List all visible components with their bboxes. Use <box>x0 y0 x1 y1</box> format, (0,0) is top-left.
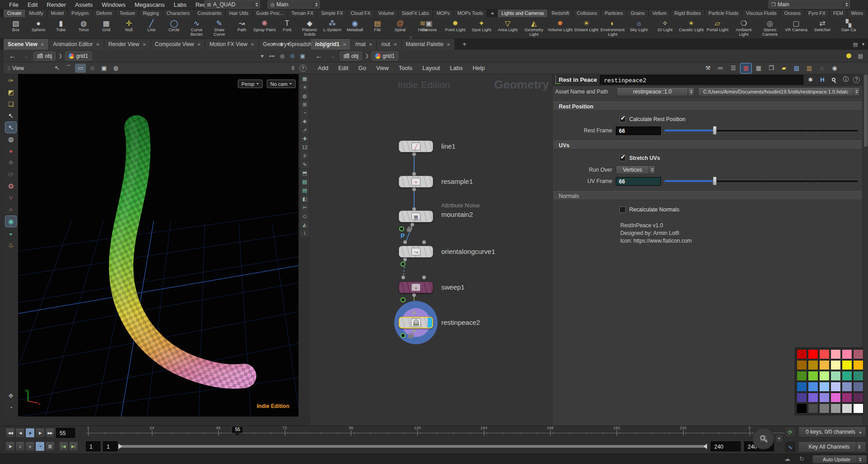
display-options-icon[interactable]: ◍ <box>110 64 121 73</box>
calculate-rest-position-checkbox[interactable] <box>619 116 626 122</box>
color-swatch[interactable] <box>808 349 818 359</box>
section-rest-position[interactable]: Rest Position <box>553 102 862 111</box>
keys-channels-status[interactable]: 0 keys, 0/0 channels▲ <box>798 427 866 437</box>
shelf-tab[interactable]: FEM <box>830 9 847 17</box>
select-mode-icon[interactable]: ↖ <box>52 64 62 73</box>
visibility-icon[interactable]: ◉ <box>829 63 840 73</box>
tool-environment-light[interactable]: ◐ Environment Light <box>599 18 626 37</box>
view-tool-icon[interactable]: ◉ <box>5 216 16 227</box>
pane-tab[interactable]: /mat✕ <box>351 39 377 50</box>
shelf-tab[interactable]: Particle Fluids <box>705 9 742 17</box>
desktop-spinner[interactable] <box>253 1 259 8</box>
close-tab-icon[interactable]: ✕ <box>447 42 450 47</box>
tool-curve-bezier[interactable]: ∿ Curve Bezier <box>185 18 208 37</box>
shelf-tab[interactable]: Oceans <box>781 9 805 17</box>
viewport-canvas[interactable]: Persp No cam Indie Edition y x <box>18 74 298 417</box>
pane-tab[interactable]: Render View✕ <box>104 39 151 50</box>
viewport-layout-icon[interactable]: ◔ <box>5 402 16 413</box>
color-swatch[interactable] <box>819 360 830 370</box>
shelf-tab[interactable]: MOPs <box>433 9 454 17</box>
tool-path[interactable]: ↝ Path <box>231 18 253 32</box>
snapshot-tool-icon[interactable]: ❖ <box>5 390 16 401</box>
menu-item[interactable]: Render <box>42 0 71 9</box>
menu-item[interactable]: Megascans <box>130 0 169 9</box>
display-vectors-icon[interactable]: ↗ <box>300 126 309 134</box>
asset-name-dropdown[interactable]: restinpeace::1.0 <box>617 87 694 96</box>
tool-distant-light[interactable]: ☀ Distant Light <box>573 18 599 32</box>
shelf-tab[interactable]: Terrain FX <box>288 9 317 17</box>
shelf-tab[interactable]: Cloud FX <box>347 9 375 17</box>
recalculate-normals-checkbox[interactable] <box>619 206 626 213</box>
stretch-uvs-checkbox[interactable] <box>619 155 626 161</box>
color-swatch[interactable] <box>830 349 841 359</box>
display-info-icon[interactable]: i <box>300 229 309 237</box>
shelf-tab[interactable]: Polygon <box>68 9 93 17</box>
scoped-channels-icon[interactable]: ⟳ <box>785 427 796 437</box>
list-view-icon[interactable]: ☰ <box>728 63 739 73</box>
node-mountain2[interactable]: ▦ <box>399 211 433 222</box>
tool-draw-curve[interactable]: ✎ Draw Curve <box>208 18 231 37</box>
tool-platonic-solids[interactable]: ◆ Platonic Solids <box>298 18 321 37</box>
color-swatch[interactable] <box>830 382 841 392</box>
color-swatch[interactable] <box>808 393 818 403</box>
tool-torus[interactable]: ◍ Torus <box>72 18 95 32</box>
close-tab-icon[interactable]: ✕ <box>96 42 99 47</box>
new-tab-button[interactable]: ＋ <box>270 40 277 48</box>
material-pot-icon[interactable]: ♨ <box>5 239 16 250</box>
take-selector[interactable]: ◎ Main <box>268 0 320 9</box>
realtime-toggle-icon[interactable]: ⌅ <box>25 441 35 451</box>
tool-point-light[interactable]: ✹ Point Light <box>442 18 468 32</box>
color-swatch[interactable] <box>830 360 841 370</box>
operator-type-label[interactable]: Rest in Peace <box>559 76 597 83</box>
node-restinpeace2[interactable] <box>399 317 433 328</box>
color-swatch[interactable] <box>808 382 818 392</box>
path-chip-obj[interactable]: obj <box>33 52 56 61</box>
color-swatch[interactable] <box>797 403 807 413</box>
color-swatch[interactable] <box>819 349 830 359</box>
prev-key-button[interactable]: |◀ <box>59 441 68 451</box>
pane-split-icon[interactable]: ▤ <box>853 42 858 47</box>
run-over-spinner[interactable] <box>649 166 655 174</box>
display-prims-icon[interactable]: ❖ <box>300 117 309 126</box>
pane-menu-icon[interactable]: ▼ <box>286 42 290 47</box>
shelf-tab[interactable]: Model <box>47 9 68 17</box>
shelf-tab[interactable]: Constraints <box>194 9 226 17</box>
new-tab-button-2[interactable]: ＋ <box>461 40 467 48</box>
color-swatch[interactable] <box>797 382 807 392</box>
update-mode-spinner[interactable] <box>857 455 863 463</box>
shelf-tab[interactable]: Simple FX <box>317 9 347 17</box>
shelf-tab[interactable]: Volume <box>375 9 398 17</box>
tool-gan-camera[interactable]: ▚ Gan Ca <box>835 18 862 32</box>
shelf-tab[interactable]: Particles <box>601 9 627 17</box>
range-right-handle[interactable] <box>701 444 707 449</box>
layout-spinner[interactable] <box>843 1 849 8</box>
flipbook-tool-icon[interactable]: ◒ <box>5 228 16 239</box>
display-xray-icon[interactable]: ◭ <box>300 220 309 229</box>
label-tool-icon[interactable]: ❏ <box>5 98 16 109</box>
display-flag[interactable] <box>428 318 432 328</box>
shelf-tab[interactable]: Collisions <box>573 9 601 17</box>
network-menu-item[interactable]: Tools <box>394 62 417 74</box>
node-name-input[interactable]: restinpeace2 <box>600 75 803 84</box>
color-swatch[interactable] <box>797 371 807 381</box>
select-tool-icon[interactable]: ↖ <box>5 110 16 121</box>
set-key-button[interactable]: ⚿ <box>752 427 774 450</box>
color-swatch[interactable] <box>842 360 852 370</box>
color-swatch[interactable] <box>830 371 841 381</box>
stop-button[interactable]: ■ <box>25 428 35 438</box>
color-palette-icon[interactable]: ▦ <box>741 63 751 73</box>
color-swatch[interactable] <box>830 403 841 413</box>
drag-handle-icon[interactable]: ⣿ <box>4 66 12 70</box>
tool-portal-light[interactable]: ▱ Portal Light <box>704 18 731 32</box>
menu-item[interactable]: File <box>5 0 23 9</box>
pane-link-icon[interactable]: ▣ <box>299 53 307 59</box>
tool-font[interactable]: T Font <box>276 18 298 32</box>
shelf-tab[interactable]: Lights and Cameras <box>498 9 548 17</box>
color-swatch[interactable] <box>842 393 852 403</box>
tool-tube[interactable]: ▮ Tube <box>50 18 72 32</box>
close-tab-icon[interactable]: ✕ <box>41 42 44 47</box>
shelf-tab[interactable]: Hair Utils <box>226 9 253 17</box>
help-icon[interactable]: ? <box>299 65 307 72</box>
shelf-tab[interactable]: Wires <box>847 9 867 17</box>
key-all-spinner[interactable] <box>856 442 862 452</box>
